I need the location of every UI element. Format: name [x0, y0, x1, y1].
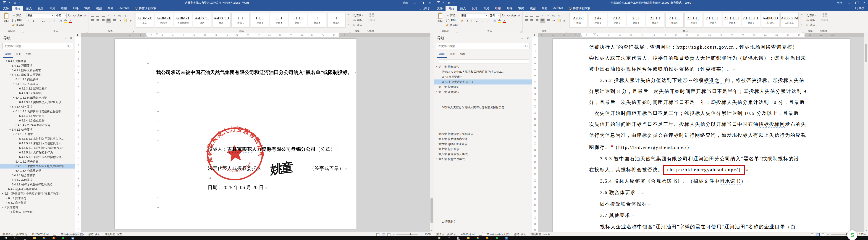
align-left-button[interactable] — [524, 19, 529, 23]
zoom-percentage[interactable]: 150% — [859, 233, 866, 236]
collapse-arrow-icon[interactable]: ▶ — [435, 90, 439, 94]
gallery-up-icon[interactable]: ▲ — [801, 13, 803, 15]
zoom-slider-thumb[interactable] — [410, 233, 411, 235]
search-icon[interactable] — [524, 45, 526, 47]
number-list-button[interactable] — [529, 13, 534, 18]
chevron-down-icon[interactable]: ⌄ — [64, 37, 66, 40]
italic-button[interactable]: I — [31, 19, 36, 23]
style-cell[interactable]: 1.1.1标题 3 — [270, 13, 288, 28]
copy-button[interactable]: 复制 — [12, 18, 24, 22]
cut-button[interactable]: ✂剪切 — [12, 13, 24, 18]
font-name-select[interactable]: 宋体▾ — [460, 13, 488, 18]
style-cell[interactable]: 1.1.1.1标题 4 — [289, 13, 307, 28]
right-indent-marker[interactable] — [803, 35, 806, 36]
change-case-button[interactable]: Aa▾ — [78, 13, 83, 18]
nav-item[interactable]: 6.4.1.3.3.1 关键岗位人员HSE培训... — [0, 100, 75, 104]
style-cell[interactable]: 1标题 6 — [327, 13, 346, 28]
zoom-out-button[interactable]: − — [827, 233, 829, 236]
style-cell[interactable]: 2.1.1.1.标题 5 — [665, 13, 684, 28]
status-item[interactable]: 辅助功能: 不可用 — [531, 233, 551, 236]
number-list-button[interactable] — [95, 13, 100, 18]
ribbon-tab[interactable]: 设计 — [35, 6, 46, 11]
web-layout-icon[interactable] — [387, 233, 391, 236]
change-case-button[interactable]: Aa▾ — [511, 13, 516, 18]
find-button[interactable]: 查找▾ — [353, 13, 364, 18]
style-cell[interactable]: 2.1.1.1.1.1标题 8 — [723, 13, 741, 28]
start-icon[interactable]: ⊞ — [435, 236, 444, 240]
line-spacing-button[interactable]: ↕▾ — [551, 19, 556, 23]
nav-item[interactable]: 第八章 合同条款及格式 — [434, 152, 532, 157]
navigation-search-box[interactable]: ▾ — [2, 43, 73, 49]
scrollbar-thumb[interactable] — [865, 44, 867, 62]
horizontal-ruler[interactable]: 42 24681012141618202224262830323436 2 — [81, 33, 430, 37]
nav-item[interactable]: 6.4.2 初步评审响应承诺书 — [0, 187, 75, 191]
first-line-indent-marker[interactable] — [593, 33, 596, 35]
bold-button[interactable]: B — [26, 19, 31, 23]
subscript-button[interactable]: x₂ — [480, 19, 485, 23]
superscript-button[interactable]: x² — [51, 19, 56, 23]
shading-button[interactable] — [557, 19, 561, 23]
decrease-indent-button[interactable]: « — [540, 13, 545, 18]
chat-icon[interactable] — [492, 236, 502, 240]
collapse-arrow-icon[interactable]: ▶ — [12, 110, 16, 113]
grow-font-button[interactable]: A˄ — [67, 13, 72, 18]
status-item[interactable]: 43610 个字 — [461, 233, 474, 236]
nav-item[interactable]: ▶第九章 投标文件格式 — [434, 157, 532, 162]
collapse-arrow-icon[interactable]: ▶ — [12, 96, 16, 99]
align-center-button[interactable] — [529, 19, 534, 23]
font-dialog-launcher-icon[interactable] — [86, 31, 88, 32]
scroll-down-icon[interactable]: ▼ — [431, 230, 433, 232]
ribbon-tab[interactable]: 插入 — [23, 6, 35, 11]
ribbon-tab[interactable]: 审阅 — [82, 6, 93, 11]
zoom-percentage[interactable]: 130% — [424, 233, 431, 236]
navigation-tab[interactable]: 页面 — [13, 51, 24, 58]
status-book-icon[interactable] — [479, 233, 482, 236]
collapse-arrow-icon[interactable]: ▶ — [8, 128, 12, 131]
hanging-indent-marker[interactable] — [145, 35, 147, 36]
distribute-button[interactable] — [112, 19, 117, 23]
style-cell[interactable]: AaBbCcDdE表内正文 — [780, 13, 799, 28]
vertical-scrollbar[interactable]: ▲ ▼ — [430, 33, 434, 232]
search-icon[interactable] — [444, 236, 454, 240]
nav-item[interactable]: 第四章 招标说明及资料要求 — [434, 131, 532, 137]
nav-item[interactable]: 6.4.1.5.4 合规承诺书 — [0, 169, 75, 173]
gallery-down-icon[interactable]: ▼ — [801, 19, 803, 20]
ruler-corner[interactable] — [75, 33, 82, 37]
explorer-icon[interactable] — [30, 236, 39, 240]
font-color-button[interactable]: A — [502, 19, 506, 23]
nav-item[interactable]: 3.2.2安全生产许可证： \ — [434, 80, 532, 85]
nav-item[interactable]: ▶7 其他材料 — [0, 205, 75, 210]
nav-item[interactable]: 6.4.1.5.1.1 未被列入严重违法失信... — [0, 137, 75, 141]
paste-button[interactable]: 粘贴 — [1, 12, 11, 29]
copy-button[interactable]: 复制 — [446, 18, 458, 22]
style-cell[interactable]: 2.1.1.1.1标题 6 — [684, 13, 703, 28]
share-button[interactable]: 共享 — [851, 6, 868, 11]
qat-dropdown-icon[interactable]: ▾ — [453, 2, 454, 4]
clipboard-dialog-launcher-icon[interactable] — [456, 31, 458, 32]
chevron-down-icon[interactable]: ▾ — [527, 45, 528, 47]
ribbon-tab[interactable]: 引用 — [58, 6, 70, 11]
collapse-arrow-icon[interactable]: ▶ — [435, 157, 439, 161]
nav-item[interactable]: ▶6.4.1.4.1 良好的银行资信和企业信誉 — [0, 109, 75, 114]
taskview-icon[interactable] — [20, 236, 30, 240]
nav-item[interactable]: 6.4.1.2 投标人资质要求 — [0, 68, 75, 72]
align-left-button[interactable] — [90, 19, 95, 23]
minimize-button[interactable]: — — [845, 0, 853, 6]
nav-item[interactable]: 6.4.1.7 其他要求 — [0, 178, 75, 182]
nav-item[interactable]: 6.4.1.5.2 无失信分 — [0, 159, 75, 164]
close-icon[interactable]: ✕ — [527, 37, 529, 40]
style-cell[interactable]: 2.1.1.1.1.标题 7 — [704, 13, 722, 28]
firefox-icon[interactable] — [49, 236, 58, 240]
distribute-button[interactable] — [546, 19, 551, 23]
italic-button[interactable]: I — [465, 19, 469, 23]
styles-dialog-launcher-icon[interactable] — [349, 31, 351, 32]
ribbon-tab[interactable]: 插入 — [457, 6, 469, 11]
share-button[interactable]: 共享 — [417, 6, 434, 11]
collapse-arrow-icon[interactable]: ▶ — [5, 59, 8, 63]
font-size-select[interactable]: 五号▾ — [489, 13, 500, 18]
nav-item[interactable]: 第六章 QHSE管理要求 — [434, 142, 532, 147]
style-cell[interactable]: 1. 1标题 1 — [231, 13, 250, 28]
subscript-button[interactable]: x₂ — [46, 19, 51, 23]
navigation-search-box[interactable]: ▾ — [436, 43, 530, 49]
ribbon-tab[interactable]: 开始 — [445, 6, 457, 11]
